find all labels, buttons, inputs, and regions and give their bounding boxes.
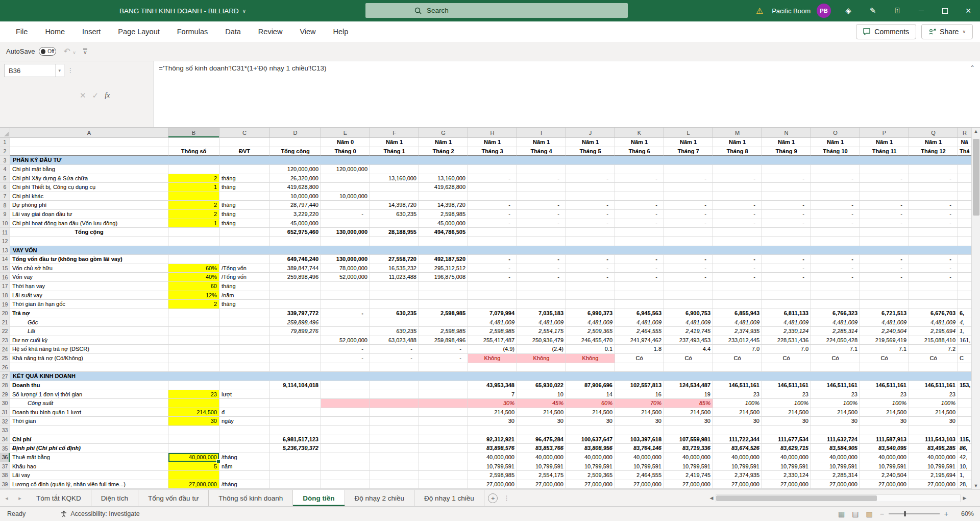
row-header-34[interactable]: 34 <box>0 435 10 444</box>
cell-N33[interactable] <box>762 426 811 435</box>
column-header-M[interactable]: M <box>713 128 762 138</box>
cell-C24[interactable] <box>219 345 270 354</box>
cell-J9[interactable]: - <box>566 210 615 219</box>
row-header-5[interactable]: 5 <box>0 174 10 183</box>
cell-C20[interactable] <box>219 309 270 318</box>
cell-J18[interactable] <box>566 291 615 300</box>
cell-L20[interactable]: 6,900,753 <box>664 309 713 318</box>
page-break-view-icon[interactable]: ▥ <box>866 510 872 518</box>
cell-D9[interactable]: 3,229,220 <box>270 210 321 219</box>
cell-A6[interactable]: Chi phí Thiết bị, Công cụ dụng cụ <box>10 183 168 192</box>
row-header-38[interactable]: 38 <box>0 471 10 480</box>
cell-N34[interactable]: 111,677,534 <box>762 435 811 444</box>
cell-E12[interactable] <box>321 237 370 246</box>
cell-M26[interactable] <box>713 363 762 372</box>
cell-J4[interactable] <box>566 165 615 174</box>
cell-A14[interactable]: Tổng vốn đầu tư (không bao gồm lãi vay) <box>10 255 168 264</box>
row-header-29[interactable]: 29 <box>0 390 10 399</box>
cell-M15[interactable]: - <box>713 264 762 273</box>
cell-D33[interactable] <box>270 426 321 435</box>
cell-K34[interactable]: 103,397,618 <box>615 435 664 444</box>
cell-D6[interactable]: 419,628,800 <box>270 183 321 192</box>
cell-O37[interactable]: 10,799,591 <box>811 462 860 471</box>
cell-R7[interactable] <box>958 192 971 201</box>
cell-E20[interactable]: - <box>321 309 370 318</box>
cell-B36[interactable]: 40,000,000 <box>168 453 219 462</box>
cell-J39[interactable]: 27,000,000 <box>566 480 615 489</box>
zoom-slider-thumb[interactable] <box>904 511 906 516</box>
cell-L36[interactable]: 40,000,000 <box>664 453 713 462</box>
cell-D7[interactable]: 10,000,000 <box>270 192 321 201</box>
cell-B23[interactable] <box>168 336 219 345</box>
cell-Q38[interactable]: 2,195,694 <box>909 471 958 480</box>
vertical-scrollbar[interactable]: ▲ ▼ <box>971 128 980 489</box>
cell-D38[interactable] <box>270 471 321 480</box>
scroll-left-icon[interactable]: ◀ <box>707 495 716 501</box>
cell-O16[interactable]: - <box>811 273 860 282</box>
tab-list-icon[interactable]: ⋮ <box>502 490 512 506</box>
cell-P29[interactable]: 23 <box>860 390 909 399</box>
cell-P22[interactable]: 2,240,504 <box>860 327 909 336</box>
cell-F20[interactable]: 630,235 <box>370 309 419 318</box>
cell-H10[interactable]: - <box>468 219 517 228</box>
cell-O11[interactable] <box>811 228 860 237</box>
cell-H24[interactable]: (4.9) <box>468 345 517 354</box>
cell-R17[interactable] <box>958 282 971 291</box>
cell-P38[interactable]: 2,240,504 <box>860 471 909 480</box>
cell-I6[interactable] <box>517 183 566 192</box>
tab-data[interactable]: Data <box>216 21 250 42</box>
page-layout-view-icon[interactable]: ▤ <box>852 510 859 518</box>
cell-M33[interactable] <box>713 426 762 435</box>
cell-G14[interactable]: 492,187,520 <box>419 255 468 264</box>
cell-D11[interactable]: 652,975,460 <box>270 228 321 237</box>
cell-J8[interactable]: - <box>566 201 615 210</box>
cell-O24[interactable]: 7.1 <box>811 345 860 354</box>
cell-M6[interactable] <box>713 183 762 192</box>
column-header-C[interactable]: C <box>219 128 270 138</box>
row-header-15[interactable]: 15 <box>0 264 10 273</box>
cell-A36[interactable]: Thuê mặt bằng <box>10 453 168 462</box>
cell-L21[interactable]: 4,481,009 <box>664 318 713 327</box>
zoom-slider[interactable] <box>889 513 940 514</box>
cell-C33[interactable] <box>219 426 270 435</box>
cell-Q16[interactable]: - <box>909 273 958 282</box>
cell-A24[interactable]: Hệ số khả năng trả nợ (DSCR) <box>10 345 168 354</box>
cell-P18[interactable] <box>860 291 909 300</box>
cell-I9[interactable]: - <box>517 210 566 219</box>
cell-D35[interactable]: 5,236,730,372 <box>270 444 321 453</box>
cell-C35[interactable] <box>219 444 270 453</box>
cell-E11[interactable]: 130,000,000 <box>321 228 370 237</box>
cell-J29[interactable]: 14 <box>566 390 615 399</box>
cell-D25[interactable] <box>270 354 321 363</box>
cell-A28[interactable]: Doanh thu <box>10 381 168 390</box>
avatar[interactable]: PB <box>817 4 831 18</box>
cell-C1[interactable] <box>219 138 270 147</box>
scroll-up-icon[interactable]: ▲ <box>974 129 978 134</box>
cell-N31[interactable]: 214,500 <box>762 408 811 417</box>
cell-K14[interactable]: - <box>615 255 664 264</box>
cell-O23[interactable]: 224,050,428 <box>811 336 860 345</box>
cell-K20[interactable]: 6,945,563 <box>615 309 664 318</box>
cell-M32[interactable]: 30 <box>713 417 762 426</box>
cell-H1[interactable]: Năm 1 <box>468 138 517 147</box>
cell-J33[interactable] <box>566 426 615 435</box>
cell-P4[interactable] <box>860 165 909 174</box>
cell-M16[interactable]: - <box>713 273 762 282</box>
row-header-11[interactable]: 11 <box>0 228 10 237</box>
cell-I29[interactable]: 10 <box>517 390 566 399</box>
cell-J5[interactable]: - <box>566 174 615 183</box>
cell-I17[interactable] <box>517 282 566 291</box>
cell-N19[interactable] <box>762 300 811 309</box>
cell-H25[interactable]: Không <box>468 354 517 363</box>
zoom-in-icon[interactable]: + <box>944 510 948 518</box>
cell-K26[interactable] <box>615 363 664 372</box>
cell-D15[interactable]: 389,847,744 <box>270 264 321 273</box>
cell-G19[interactable] <box>419 300 468 309</box>
search-box[interactable]: Search <box>365 3 628 18</box>
cell-F35[interactable] <box>370 444 419 453</box>
cell-J38[interactable]: 2,509,365 <box>566 471 615 480</box>
cell-J35[interactable]: 83,808,956 <box>566 444 615 453</box>
cell-F31[interactable] <box>370 408 419 417</box>
cell-A1[interactable] <box>10 138 168 147</box>
cell-N2[interactable]: Tháng 9 <box>762 147 811 156</box>
